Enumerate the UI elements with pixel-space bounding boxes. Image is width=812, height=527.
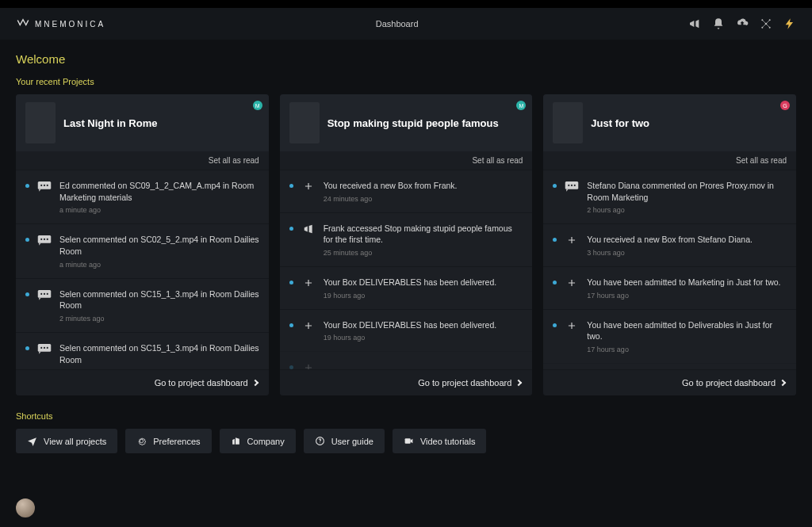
activity-item-overflow (543, 363, 796, 369)
shortcut-button[interactable]: User guide (304, 429, 385, 453)
project-thumbnail (25, 102, 56, 143)
activity-body: Selen commented on SC15_1_3.mp4 in Room … (59, 288, 259, 323)
app-header: MNEMONICA Dashboard (0, 8, 812, 40)
svg-point-14 (40, 293, 42, 295)
set-all-read-button[interactable]: Set all as read (280, 151, 533, 170)
page-body: Welcome Your recent Projects Last Night … (0, 40, 812, 466)
shortcuts-label: Shortcuts (16, 411, 796, 421)
goto-dashboard-button[interactable]: Go to project dashboard (280, 369, 533, 395)
chevron-right-icon (515, 380, 522, 386)
plus-icon (301, 180, 316, 194)
unread-dot (289, 323, 293, 327)
activity-text: Selen commented on SC15_1_3.mp4 in Room … (59, 342, 259, 365)
plus-icon (301, 319, 316, 334)
announce-icon[interactable] (688, 17, 701, 30)
unread-dot (25, 238, 29, 242)
brand-name: MNEMONICA (35, 20, 105, 29)
svg-point-6 (40, 185, 42, 186)
activity-time: a minute ago (59, 206, 259, 214)
activity-item[interactable]: Selen commented on SC15_1_3.mp4 in Room … (16, 278, 269, 332)
activity-item[interactable]: Ed commented on SC09_1_2_CAM_A.mp4 in Ro… (16, 170, 269, 223)
unread-dot (289, 227, 293, 231)
project-card-header[interactable]: Last Night in Rome M (16, 94, 269, 151)
activity-list: Ed commented on SC09_1_2_CAM_A.mp4 in Ro… (16, 170, 269, 369)
bell-icon[interactable] (712, 17, 725, 30)
user-avatar[interactable] (16, 498, 35, 517)
activity-item[interactable]: You have been admitted to Deliverables i… (543, 309, 796, 363)
shortcut-label: Preferences (153, 437, 200, 446)
activity-item[interactable]: Your Box DELIVERABLES has been delivered… (280, 309, 533, 352)
activity-body: You received a new Box from Stefano Dian… (587, 234, 787, 257)
activity-item[interactable]: Your Box DELIVERABLES has been delivered… (280, 266, 533, 309)
goto-dashboard-label: Go to project dashboard (418, 378, 511, 388)
project-card-header[interactable]: Stop making stupid people famous M (280, 94, 533, 151)
unread-dot (289, 281, 293, 285)
activity-item[interactable]: You received a new Box from Frank. 24 mi… (280, 170, 533, 212)
unread-dot (289, 184, 293, 188)
header-actions (688, 17, 796, 30)
project-title: Just for two (591, 117, 649, 129)
activity-time: 3 hours ago (587, 249, 787, 257)
svg-point-22 (569, 185, 570, 186)
set-all-read-button[interactable]: Set all as read (543, 151, 796, 170)
shortcut-button[interactable]: Video tutorials (393, 429, 487, 453)
activity-time: 2 hours ago (587, 206, 787, 214)
plus-icon (565, 319, 579, 334)
company-icon (231, 436, 241, 446)
chevron-right-icon (779, 380, 786, 386)
project-card: Stop making stupid people famous M Set a… (280, 94, 533, 395)
plus-icon (301, 277, 316, 291)
activity-list: You received a new Box from Frank. 24 mi… (280, 170, 533, 369)
activity-body: You have been admitted to Marketing in J… (587, 277, 787, 300)
svg-point-15 (44, 293, 45, 295)
activity-body: Selen commented on SC02_5_2.mp4 in Room … (59, 234, 259, 268)
activity-text: Stefano Diana commented on Prores Proxy.… (587, 180, 787, 203)
shortcut-button[interactable]: Preferences (125, 429, 211, 453)
activity-text: Selen commented on SC15_1_3.mp4 in Room … (59, 288, 259, 311)
shortcut-label: View all projects (44, 437, 106, 446)
brand-logo[interactable]: MNEMONICA (16, 17, 105, 31)
activity-body: Your Box DELIVERABLES has been delivered… (324, 319, 523, 342)
comment-icon (37, 288, 52, 303)
activity-item[interactable]: Frank accessed Stop making stupid people… (280, 212, 533, 266)
project-card: Last Night in Rome M Set all as read Ed … (16, 94, 269, 395)
activity-item[interactable]: Stefano Diana commented on Prores Proxy.… (543, 170, 796, 223)
goto-dashboard-button[interactable]: Go to project dashboard (543, 369, 796, 395)
bolt-icon[interactable] (783, 17, 796, 30)
activity-item[interactable]: Selen commented on SC15_1_3.mp4 in Room … (16, 332, 269, 369)
shortcut-button[interactable]: View all projects (16, 429, 117, 453)
svg-point-8 (47, 185, 48, 186)
network-icon[interactable] (760, 17, 772, 30)
activity-item[interactable]: Selen commented on SC02_5_2.mp4 in Room … (16, 223, 269, 277)
recent-projects-label: Your recent Projects (16, 77, 796, 86)
activity-item[interactable]: You received a new Box from Stefano Dian… (543, 223, 796, 266)
project-title: Last Night in Rome (63, 117, 157, 129)
project-thumbnail (553, 102, 583, 143)
chevron-right-icon (251, 380, 258, 386)
help-icon (315, 436, 325, 446)
activity-text: You received a new Box from Frank. (324, 180, 523, 192)
unread-dot (553, 323, 557, 327)
set-all-read-button[interactable]: Set all as read (16, 151, 269, 170)
activity-time: 19 hours ago (324, 334, 523, 342)
unread-dot (25, 292, 29, 296)
project-cards-row: Last Night in Rome M Set all as read Ed … (16, 94, 796, 395)
svg-point-12 (47, 239, 48, 240)
project-badge: G (780, 101, 790, 110)
project-card-header[interactable]: Just for two G (543, 94, 796, 151)
plus-icon (565, 277, 579, 291)
activity-text: You have been admitted to Marketing in J… (587, 277, 787, 288)
activity-item[interactable]: You have been admitted to Marketing in J… (543, 266, 796, 309)
svg-point-24 (574, 185, 576, 186)
header-title: Dashboard (376, 19, 419, 29)
unread-dot (553, 238, 557, 242)
svg-point-20 (47, 347, 48, 349)
comment-icon (37, 342, 52, 357)
goto-dashboard-button[interactable]: Go to project dashboard (16, 369, 269, 395)
unread-dot (289, 365, 293, 369)
cloud-upload-icon[interactable] (736, 17, 749, 30)
activity-time: 25 minutes ago (324, 249, 523, 257)
comment-icon (565, 180, 579, 194)
shortcut-button[interactable]: Company (220, 429, 296, 453)
activity-text: Frank accessed Stop making stupid people… (324, 223, 523, 246)
